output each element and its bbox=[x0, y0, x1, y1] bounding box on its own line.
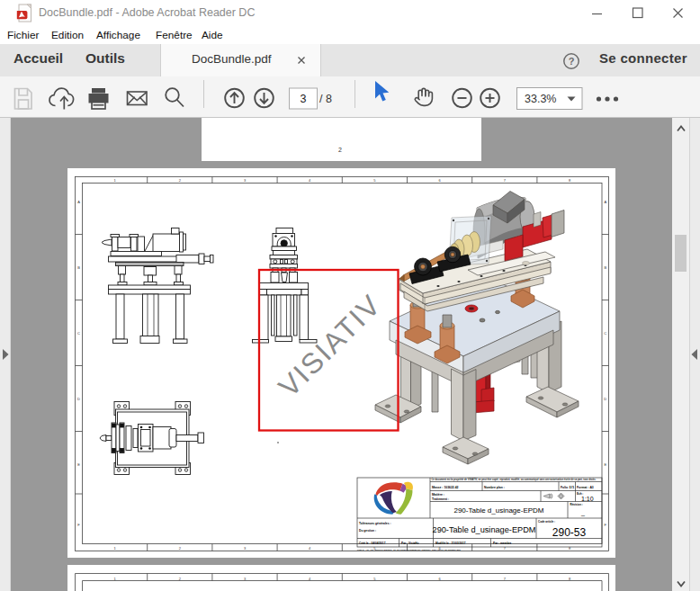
svg-text:33.3%: 33.3% bbox=[525, 93, 556, 105]
svg-text:3: 3 bbox=[244, 178, 247, 183]
svg-text:Par : membre: Par : membre bbox=[493, 542, 512, 545]
svg-text:?: ? bbox=[569, 56, 575, 67]
svg-text:B: B bbox=[77, 265, 80, 270]
svg-text:Par : VisiaHv: Par : VisiaHv bbox=[401, 542, 419, 545]
svg-text:Créé le : 04/04/2017: Créé le : 04/04/2017 bbox=[359, 542, 386, 545]
svg-text:6: 6 bbox=[438, 178, 441, 183]
svg-text:8: 8 bbox=[569, 546, 571, 551]
svg-text:Plan N° : 07_rue_affiliees (Ed: Plan N° : 07_rue_affiliees (Edition)_EP … bbox=[357, 549, 461, 551]
svg-text:C: C bbox=[77, 331, 80, 336]
svg-text:E: E bbox=[604, 462, 606, 467]
svg-text:2: 2 bbox=[179, 546, 182, 551]
svg-text:7: 7 bbox=[504, 577, 507, 581]
svg-text:290-53: 290-53 bbox=[552, 526, 587, 539]
svg-text:6: 6 bbox=[438, 577, 441, 581]
svg-text:F: F bbox=[605, 523, 607, 527]
svg-text:2: 2 bbox=[179, 577, 182, 581]
svg-text:3: 3 bbox=[244, 546, 247, 551]
svg-text:D: D bbox=[604, 397, 606, 401]
svg-text:D: D bbox=[77, 397, 80, 401]
svg-text:Révision :: Révision : bbox=[570, 503, 583, 506]
svg-text:Modifié le : 21/03/2017: Modifié le : 21/03/2017 bbox=[435, 542, 466, 545]
svg-text:_: _ bbox=[580, 509, 585, 516]
svg-text:290-Table d_usinage-EPDM: 290-Table d_usinage-EPDM bbox=[433, 525, 536, 534]
svg-text:1: 1 bbox=[113, 546, 116, 551]
svg-text:2: 2 bbox=[179, 178, 182, 183]
svg-text:290-Table d_usinage-EPDM: 290-Table d_usinage-EPDM bbox=[453, 506, 543, 515]
svg-text:Nombre plan :: Nombre plan : bbox=[484, 486, 505, 489]
svg-text:7: 7 bbox=[504, 178, 507, 183]
svg-text:8: 8 bbox=[569, 178, 571, 183]
svg-text:Du gestion :: Du gestion : bbox=[359, 529, 376, 533]
svg-text:4: 4 bbox=[309, 577, 311, 581]
svg-text:Tolérances générales :: Tolérances générales : bbox=[359, 522, 391, 525]
svg-text:3: 3 bbox=[244, 577, 247, 581]
svg-text:1: 1 bbox=[113, 577, 116, 581]
svg-text:1/1: 1/1 bbox=[570, 485, 575, 489]
svg-text:A: A bbox=[77, 200, 80, 204]
svg-text:E: E bbox=[77, 462, 80, 467]
svg-text:1: 1 bbox=[113, 178, 116, 183]
svg-text:8: 8 bbox=[569, 577, 571, 581]
svg-text:5: 5 bbox=[373, 577, 376, 581]
svg-text:1:10: 1:10 bbox=[581, 496, 594, 502]
svg-text:5: 5 bbox=[373, 178, 376, 183]
svg-text:4: 4 bbox=[309, 546, 311, 551]
svg-text:/ 8: / 8 bbox=[319, 93, 332, 105]
svg-text:Code article :: Code article : bbox=[538, 520, 555, 524]
svg-text:4: 4 bbox=[309, 178, 311, 183]
svg-text:3: 3 bbox=[301, 93, 307, 105]
svg-text:Matière :: Matière : bbox=[432, 493, 444, 497]
svg-text:Masse : 103622.42: Masse : 103622.42 bbox=[432, 486, 459, 489]
svg-text:Ce document est la propriété d: Ce document est la propriété de VISIATIV… bbox=[432, 478, 597, 481]
svg-text:Format : A3: Format : A3 bbox=[577, 486, 594, 489]
svg-text:7: 7 bbox=[504, 546, 507, 551]
svg-text:A: A bbox=[604, 200, 606, 204]
svg-text:B: B bbox=[604, 265, 606, 270]
svg-text:Traitement :: Traitement : bbox=[432, 497, 449, 501]
svg-text:F: F bbox=[77, 523, 80, 527]
svg-text:C: C bbox=[604, 331, 606, 336]
